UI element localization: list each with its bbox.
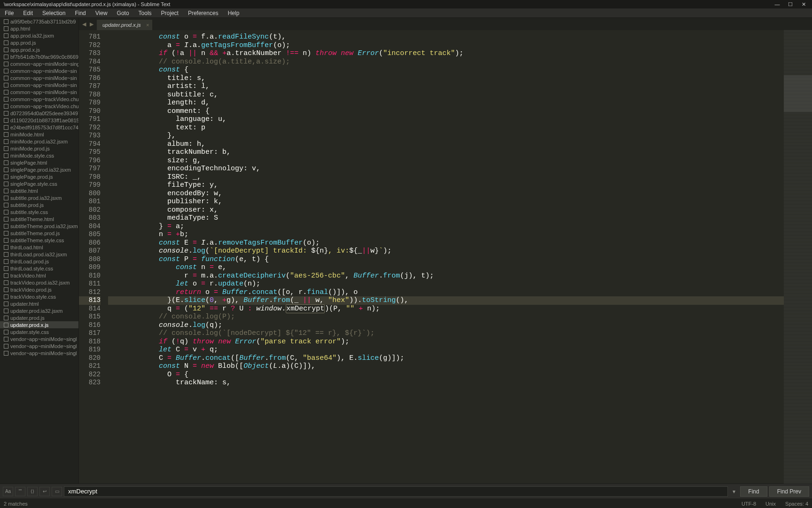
line-number[interactable]: 794 <box>79 140 101 149</box>
code-line[interactable]: n = +b; <box>108 230 784 239</box>
code-line[interactable]: trackName: s, <box>108 379 784 387</box>
sidebar-item[interactable]: miniMode.prod.ia32.jsxm <box>0 138 78 145</box>
line-number[interactable]: 823 <box>79 379 101 387</box>
sidebar-item[interactable]: trackVideo.prod.js <box>0 286 78 293</box>
menu-file[interactable]: File <box>0 9 18 17</box>
sidebar-item[interactable]: common~app~miniMode~sin <box>0 81 78 88</box>
code-line[interactable]: console.log(q); <box>108 321 784 330</box>
code-line[interactable]: encodingTechnology: v, <box>108 165 784 173</box>
code-line[interactable]: }, <box>108 132 784 140</box>
code-line[interactable]: size: g, <box>108 157 784 165</box>
nav-forward-icon[interactable]: ▶ <box>88 21 95 27</box>
code-line[interactable]: const E = I.a.removeTagsFromBuffer(o); <box>108 239 784 247</box>
gutter[interactable]: 7817827837847857867877887897907917927937… <box>79 30 108 484</box>
menu-selection[interactable]: Selection <box>38 9 70 17</box>
code-line[interactable]: const P = function(e, t) { <box>108 255 784 264</box>
code-line[interactable]: C = Buffer.concat([Buffer.from(C, "base6… <box>108 354 784 363</box>
status-encoding[interactable]: UTF-8 <box>742 501 756 507</box>
sidebar-item[interactable]: thirdLoad.html <box>0 244 78 251</box>
line-number[interactable]: 796 <box>79 157 101 165</box>
line-number[interactable]: 793 <box>79 132 101 140</box>
line-number[interactable]: 781 <box>79 33 101 41</box>
code-line[interactable]: r = m.a.createDecipheriv("aes-256-cbc", … <box>108 272 784 280</box>
line-number[interactable]: 803 <box>79 214 101 222</box>
find-toggle-sel[interactable]: ▭ <box>52 487 62 496</box>
menu-goto[interactable]: Goto <box>112 9 134 17</box>
sidebar-item[interactable]: subtitleTheme.prod.ia32.jsxm <box>0 222 78 230</box>
status-line-ending[interactable]: Unix <box>765 501 776 507</box>
find-toggle-word[interactable]: ““ <box>15 487 25 496</box>
find-button[interactable]: Find <box>740 486 767 497</box>
line-number[interactable]: 815 <box>79 313 101 321</box>
code-line[interactable]: } = a; <box>108 222 784 231</box>
menu-help[interactable]: Help <box>223 9 244 17</box>
minimap[interactable] <box>784 30 812 484</box>
code-line[interactable]: // console.log(`[nodeDecrypt] ${"12" == … <box>108 329 784 338</box>
code-line[interactable]: const o = f.a.readFileSync(t), <box>108 33 784 41</box>
sidebar-item[interactable]: miniMode.style.css <box>0 152 78 159</box>
code-line[interactable]: O = { <box>108 371 784 379</box>
code-line[interactable]: let C = v + q; <box>108 346 784 354</box>
sidebar-item[interactable]: updater.prod.x.js <box>0 321 78 328</box>
line-number[interactable]: 784 <box>79 58 101 66</box>
code-line[interactable]: // console.log(P); <box>108 313 784 321</box>
code-line[interactable]: if (!q) throw new Error("parse track err… <box>108 338 784 346</box>
line-number[interactable]: 788 <box>79 91 101 99</box>
line-number[interactable]: 822 <box>79 371 101 379</box>
minimap-viewport[interactable] <box>784 75 812 111</box>
code-editor[interactable]: const o = f.a.readFileSync(t), a = I.a.g… <box>108 30 784 484</box>
sidebar-item[interactable]: trackVideo.style.css <box>0 293 78 300</box>
sidebar-item[interactable]: app.html <box>0 25 78 32</box>
code-line[interactable]: q = ("12" == r ? U : window.xmDecrypt)(P… <box>108 305 784 313</box>
code-line[interactable]: album: h, <box>108 140 784 149</box>
code-line[interactable]: console.log(`[nodeDecrypt] trackId: ${n}… <box>108 247 784 255</box>
menu-preferences[interactable]: Preferences <box>183 9 223 17</box>
sidebar-item[interactable]: bf7b541db7b0fac969c0c86696 <box>0 53 78 60</box>
sidebar-item[interactable]: subtitleTheme.prod.js <box>0 230 78 237</box>
tab-close-icon[interactable]: × <box>146 22 149 28</box>
sidebar-item[interactable]: singlePage.prod.js <box>0 173 78 180</box>
line-number[interactable]: 790 <box>79 107 101 116</box>
menu-find[interactable]: Find <box>70 9 90 17</box>
code-line[interactable]: fileType: y, <box>108 181 784 190</box>
line-number[interactable]: 814 <box>79 305 101 313</box>
sidebar-item[interactable]: common~app~trackVideo.chu <box>0 103 78 110</box>
sidebar-item[interactable]: thirdLoad.prod.ia32.jsxm <box>0 251 78 258</box>
sidebar-item[interactable]: thirdLoad.style.css <box>0 265 78 272</box>
sidebar-item[interactable]: app.prod.x.js <box>0 46 78 53</box>
sidebar-item[interactable]: subtitle.prod.ia32.jsxm <box>0 194 78 201</box>
menu-view[interactable]: View <box>91 9 112 17</box>
line-number[interactable]: 782 <box>79 41 101 50</box>
code-line[interactable]: language: u, <box>108 115 784 124</box>
code-line[interactable]: length: d, <box>108 99 784 107</box>
line-number[interactable]: 799 <box>79 181 101 190</box>
menu-project[interactable]: Project <box>156 9 183 17</box>
close-button[interactable]: ✕ <box>799 1 808 8</box>
find-prev-button[interactable]: Find Prev <box>769 486 809 497</box>
line-number[interactable]: 812 <box>79 288 101 297</box>
code-line[interactable]: trackNumber: b, <box>108 148 784 157</box>
sidebar-item[interactable]: vendor~app~miniMode~singl <box>0 342 78 349</box>
code-line[interactable]: title: s, <box>108 74 784 83</box>
sidebar-item[interactable]: updater.html <box>0 300 78 307</box>
code-line[interactable]: const N = new Blob([Object(L.a)(C)]), <box>108 362 784 371</box>
sidebar-item[interactable]: vendor~app~miniMode~singl <box>0 349 78 357</box>
sidebar-item[interactable]: trackVideo.prod.ia32.jsxm <box>0 279 78 286</box>
find-toggle-regex[interactable]: ⟨⟩ <box>27 487 38 496</box>
line-number[interactable]: 813 <box>79 296 101 305</box>
sidebar-item[interactable]: miniMode.html <box>0 131 78 138</box>
menu-tools[interactable]: Tools <box>134 9 156 17</box>
code-line[interactable]: text: p <box>108 124 784 132</box>
line-number[interactable]: 789 <box>79 99 101 107</box>
line-number[interactable]: 798 <box>79 173 101 182</box>
sidebar-item[interactable]: miniMode.prod.js <box>0 145 78 152</box>
sidebar-item[interactable]: d0723954d0a0f25deee393497 <box>0 110 78 117</box>
line-number[interactable]: 800 <box>79 190 101 198</box>
line-number[interactable]: 792 <box>79 124 101 132</box>
line-number[interactable]: 804 <box>79 222 101 231</box>
code-line[interactable]: return o = Buffer.concat([o, r.final()])… <box>108 288 784 297</box>
code-line[interactable]: artist: l, <box>108 82 784 91</box>
sidebar-item[interactable]: common~app~trackVideo.chu <box>0 95 78 103</box>
line-number[interactable]: 819 <box>79 346 101 354</box>
line-number[interactable]: 787 <box>79 82 101 91</box>
